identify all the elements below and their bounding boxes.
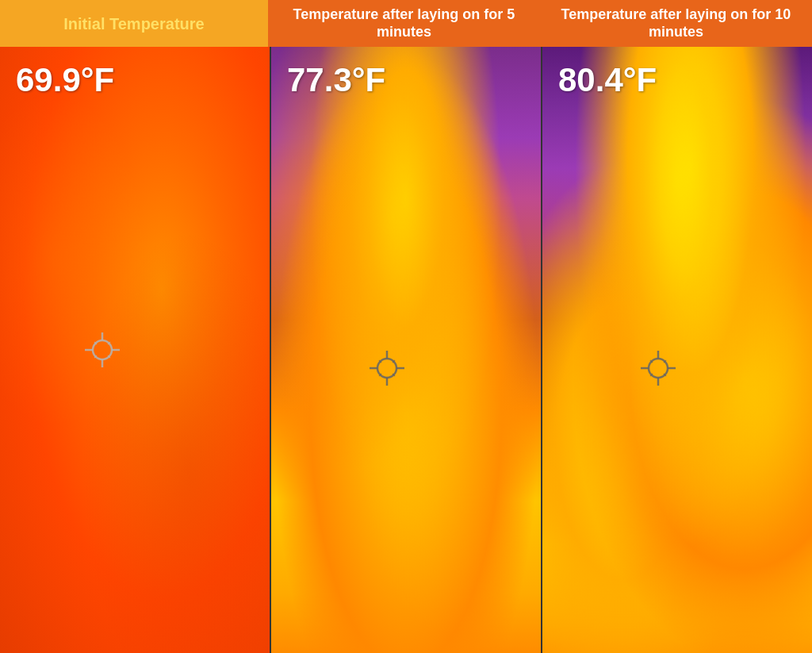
crosshair-10min bbox=[638, 348, 679, 389]
header-initial-label: Initial Temperature bbox=[63, 14, 204, 33]
header-5min-label: Temperature after laying on for 5 minute… bbox=[276, 6, 532, 40]
images-row: 69.9°F 77.3°F bbox=[0, 47, 812, 653]
header-row: Initial Temperature Temperature after la… bbox=[0, 0, 812, 47]
temp-10min: 80.4°F bbox=[558, 61, 657, 99]
header-10min-label: Temperature after laying on for 10 minut… bbox=[548, 6, 804, 40]
crosshair-initial bbox=[82, 329, 123, 371]
crosshair-5min bbox=[366, 348, 408, 389]
temp-5min: 77.3°F bbox=[287, 61, 385, 99]
header-initial: Initial Temperature bbox=[0, 0, 268, 47]
header-5min: Temperature after laying on for 5 minute… bbox=[268, 0, 540, 47]
temp-initial: 69.9°F bbox=[16, 61, 114, 99]
header-10min: Temperature after laying on for 10 minut… bbox=[540, 0, 812, 47]
panel-10min: 80.4°F bbox=[541, 47, 812, 653]
panel-5min: 77.3°F bbox=[270, 47, 541, 653]
panel-initial: 69.9°F bbox=[0, 47, 270, 653]
main-container: Initial Temperature Temperature after la… bbox=[0, 0, 812, 653]
